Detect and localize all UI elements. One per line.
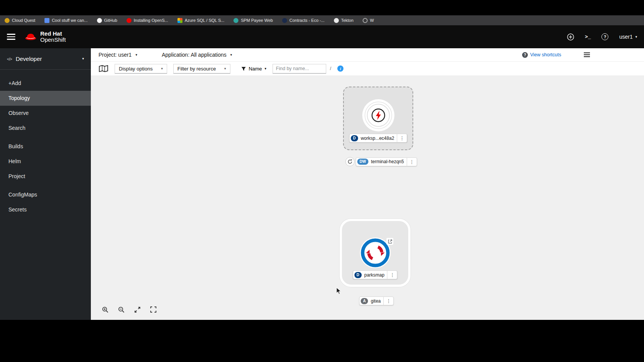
slash-shortcut-hint: /: [330, 66, 331, 71]
zoom-out-button[interactable]: [115, 304, 127, 315]
kebab-menu-icon[interactable]: ⋮: [387, 271, 397, 279]
topology-node-gitea[interactable]: A gitea ⋮: [359, 296, 394, 305]
openshift-icon: [127, 18, 131, 23]
bookmark-item-github[interactable]: GitHub: [97, 18, 117, 23]
filter-by-resource-dropdown[interactable]: Filter by resource ▾: [173, 64, 230, 74]
globe-icon: [363, 18, 368, 23]
help-icon[interactable]: ?: [601, 33, 608, 40]
redhat-openshift-logo[interactable]: Red Hat OpenShift: [25, 31, 66, 43]
chevron-down-icon: ▾: [224, 67, 226, 70]
application-dropdown[interactable]: Application: All applications ▾: [162, 52, 232, 58]
zoom-in-button[interactable]: [99, 304, 111, 315]
chevron-down-icon: ▾: [264, 67, 266, 70]
terminal-node-label[interactable]: DW terminal-hezqn5 ⋮: [356, 157, 417, 166]
fit-to-screen-button[interactable]: [131, 304, 143, 315]
bookmark-label: Installing OpenS...: [134, 18, 168, 23]
bookmark-favicon: [233, 18, 238, 23]
resource-badge: A: [361, 298, 368, 304]
topology-canvas[interactable]: D worksp...ec48a2 ⋮ DW terminal-hezqn5 ⋮: [91, 76, 644, 320]
sidebar-item-project[interactable]: Project: [0, 169, 91, 184]
name-filter-label: Name: [249, 66, 262, 72]
chevron-down-icon: ▾: [635, 35, 637, 39]
bookmark-label: SPM Payee Web: [241, 18, 273, 23]
bookmark-item-w[interactable]: W: [363, 18, 374, 23]
bookmark-label: Tekton: [341, 18, 353, 23]
topology-node-terminal[interactable]: DW terminal-hezqn5 ⋮: [345, 157, 417, 166]
node-name: gitea: [368, 298, 383, 304]
find-by-name-group: /: [273, 64, 331, 74]
project-dropdown[interactable]: Project: user1 ▾: [99, 52, 137, 58]
bookmark-item-spm-payee[interactable]: SPM Payee Web: [233, 18, 273, 23]
display-options-dropdown[interactable]: Display options ▾: [115, 64, 167, 74]
context-bar: Project: user1 ▾ Application: All applic…: [91, 48, 644, 62]
topology-map-icon[interactable]: [99, 65, 108, 73]
add-circle-icon[interactable]: [567, 33, 574, 41]
bookmark-item-cloud-quest[interactable]: Cloud Quest: [5, 18, 35, 23]
view-shortcuts-link[interactable]: ? View shortcuts: [522, 52, 561, 58]
funnel-icon: [241, 66, 246, 71]
sidebar-item-helm[interactable]: Helm: [0, 154, 91, 169]
sidebar-item-builds[interactable]: Builds: [0, 139, 91, 154]
masthead-actions: >_ ? user1 ▾: [567, 33, 637, 41]
bookmarks-bar: Cloud Quest Cool stuff we can... GitHub …: [0, 15, 644, 25]
bookmark-item-cool-stuff[interactable]: Cool stuff we can...: [44, 18, 87, 23]
sidebar-item-topology[interactable]: Topology: [0, 91, 91, 106]
redhat-hat-icon: [25, 33, 37, 41]
workload-decorator-icon[interactable]: [345, 157, 355, 166]
sidebar-nav: +Add Topology Observe Search Builds Helm…: [0, 70, 91, 217]
topology-toolbar: Display options ▾ Filter by resource ▾ N…: [91, 62, 644, 76]
sidebar: </> Developer ▾ +Add Topology Observe Se…: [0, 48, 91, 320]
bookmark-label: GitHub: [104, 18, 117, 23]
gitea-node-label[interactable]: A gitea ⋮: [359, 296, 394, 305]
nav-divider: [0, 136, 91, 139]
application-label: Application: All applications: [162, 52, 227, 58]
screen: Cloud Quest Cool stuff we can... GitHub …: [0, 0, 644, 362]
kebab-menu-icon[interactable]: ⋮: [383, 297, 393, 305]
bookmark-label: Contracts - Eco -...: [289, 18, 325, 23]
perspective-label: Developer: [16, 56, 42, 62]
masthead: Red Hat OpenShift >_ ? user1 ▾: [0, 25, 644, 48]
list-view-toggle-icon[interactable]: [583, 52, 590, 57]
bookmark-item-tekton[interactable]: Tekton: [334, 18, 353, 23]
workspace-node-label[interactable]: D worksp...ec48a2 ⋮: [349, 134, 407, 143]
project-label: Project: user1: [99, 52, 131, 58]
nav-divider: [0, 184, 91, 187]
workspace-node-circle[interactable]: [362, 99, 395, 133]
node-name: parksmap: [361, 272, 387, 278]
sidebar-item-secrets[interactable]: Secrets: [0, 202, 91, 217]
topology-node-workspace[interactable]: D worksp...ec48a2 ⋮: [343, 87, 413, 150]
build-lightning-icon: [362, 99, 395, 132]
bookmark-favicon: [44, 18, 49, 23]
code-icon: </>: [7, 57, 12, 61]
info-icon[interactable]: i: [337, 66, 343, 72]
brand-text: Red Hat OpenShift: [40, 31, 66, 43]
sidebar-item-add[interactable]: +Add: [0, 76, 91, 91]
bookmark-item-azure-sql[interactable]: Azure SQL / SQL S...: [177, 18, 225, 23]
bookmark-item-contracts[interactable]: Contracts - Eco -...: [282, 18, 325, 23]
fullscreen-button[interactable]: [148, 304, 159, 315]
kebab-menu-icon[interactable]: ⋮: [397, 134, 407, 142]
sidebar-item-search[interactable]: Search: [0, 121, 91, 136]
microsoft-icon: [177, 18, 182, 23]
sidebar-item-observe[interactable]: Observe: [0, 106, 91, 121]
brand-redhat: Red Hat: [40, 31, 66, 37]
bookmark-item-installing-openshift[interactable]: Installing OpenS...: [127, 18, 168, 23]
main-area: Project: user1 ▾ Application: All applic…: [91, 48, 644, 320]
bookmark-favicon: [5, 18, 10, 23]
resource-badge: D: [354, 272, 361, 278]
user-menu[interactable]: user1 ▾: [619, 34, 637, 40]
topology-node-parksmap[interactable]: D parksmap ⋮: [340, 219, 411, 287]
kebab-menu-icon[interactable]: ⋮: [407, 158, 417, 166]
node-name: worksp...ec48a2: [358, 136, 397, 141]
name-filter-dropdown[interactable]: Name ▾: [241, 66, 266, 72]
hamburger-menu-icon[interactable]: [7, 34, 15, 40]
perspective-switcher[interactable]: </> Developer ▾: [0, 48, 91, 70]
external-link-icon[interactable]: [386, 238, 393, 245]
bookmark-favicon: [282, 18, 287, 23]
parksmap-node-label[interactable]: D parksmap ⋮: [353, 270, 398, 279]
web-terminal-icon[interactable]: >_: [585, 34, 591, 40]
find-by-name-input[interactable]: [273, 64, 326, 74]
sidebar-item-configmaps[interactable]: ConfigMaps: [0, 187, 91, 202]
display-options-label: Display options: [119, 66, 153, 72]
username: user1: [619, 34, 632, 40]
